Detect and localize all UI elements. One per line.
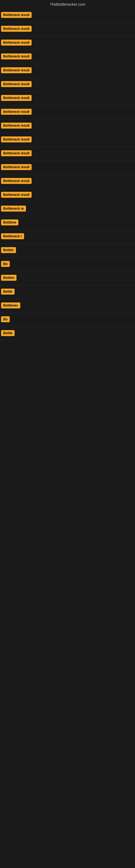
bottleneck-badge-5[interactable]: Bottleneck result — [1, 67, 32, 73]
result-row-6: Bottleneck result — [0, 78, 135, 92]
bottleneck-badge-18[interactable]: Bottler — [1, 247, 16, 253]
result-row-16: Bottlene — [0, 216, 135, 230]
result-row-4: Bottleneck result — [0, 50, 135, 64]
result-row-8: Bottleneck result — [0, 105, 135, 119]
result-row-1: Bottleneck result — [0, 9, 135, 23]
bottleneck-badge-22[interactable]: Bottlenec — [1, 303, 20, 308]
bottleneck-badge-4[interactable]: Bottleneck result — [1, 54, 32, 59]
bottleneck-badge-10[interactable]: Bottleneck result — [1, 136, 32, 143]
result-row-23: Bo — [0, 313, 135, 327]
result-row-7: Bottleneck result — [0, 92, 135, 105]
result-row-24: Bottle — [0, 327, 135, 341]
result-row-13: Bottleneck result — [0, 175, 135, 188]
bottleneck-badge-24[interactable]: Bottle — [1, 330, 14, 336]
bottleneck-badge-13[interactable]: Bottleneck result — [1, 178, 32, 184]
result-row-15: Bottleneck re — [0, 203, 135, 216]
bottleneck-badge-14[interactable]: Bottleneck result — [1, 192, 32, 198]
site-title: TheBottlenecker.com — [0, 0, 135, 9]
bottleneck-badge-7[interactable]: Bottleneck result — [1, 95, 32, 101]
results-container: Bottleneck resultBottleneck resultBottle… — [0, 9, 135, 341]
result-row-17: Bottleneck r — [0, 230, 135, 244]
result-row-21: Bottle — [0, 285, 135, 299]
result-row-12: Bottleneck result — [0, 161, 135, 175]
bottleneck-badge-8[interactable]: Bottleneck result — [1, 109, 32, 115]
result-row-22: Bottlenec — [0, 299, 135, 313]
bottleneck-badge-17[interactable]: Bottleneck r — [1, 233, 24, 239]
result-row-19: Bo — [0, 258, 135, 272]
bottleneck-badge-2[interactable]: Bottleneck result — [1, 26, 32, 32]
result-row-5: Bottleneck result — [0, 64, 135, 78]
result-row-18: Bottler — [0, 244, 135, 258]
bottleneck-badge-1[interactable]: Bottleneck result — [1, 12, 32, 18]
result-row-14: Bottleneck result — [0, 188, 135, 203]
result-row-11: Bottleneck result — [0, 147, 135, 161]
result-row-20: Bottlen — [0, 272, 135, 285]
result-row-3: Bottleneck result — [0, 36, 135, 50]
bottleneck-badge-3[interactable]: Bottleneck result — [1, 40, 32, 45]
bottleneck-badge-16[interactable]: Bottlene — [1, 219, 18, 225]
bottleneck-badge-12[interactable]: Bottleneck result — [1, 164, 32, 170]
bottleneck-badge-21[interactable]: Bottle — [1, 289, 14, 294]
bottleneck-badge-11[interactable]: Bottleneck result — [1, 150, 32, 156]
bottleneck-badge-20[interactable]: Bottlen — [1, 275, 16, 281]
result-row-9: Bottleneck result — [0, 119, 135, 133]
bottleneck-badge-9[interactable]: Bottleneck result — [1, 123, 32, 129]
bottleneck-badge-23[interactable]: Bo — [1, 316, 10, 322]
bottleneck-badge-15[interactable]: Bottleneck re — [1, 206, 26, 212]
bottleneck-badge-6[interactable]: Bottleneck result — [1, 81, 32, 87]
result-row-10: Bottleneck result — [0, 133, 135, 147]
result-row-2: Bottleneck result — [0, 23, 135, 36]
bottleneck-badge-19[interactable]: Bo — [1, 261, 10, 267]
